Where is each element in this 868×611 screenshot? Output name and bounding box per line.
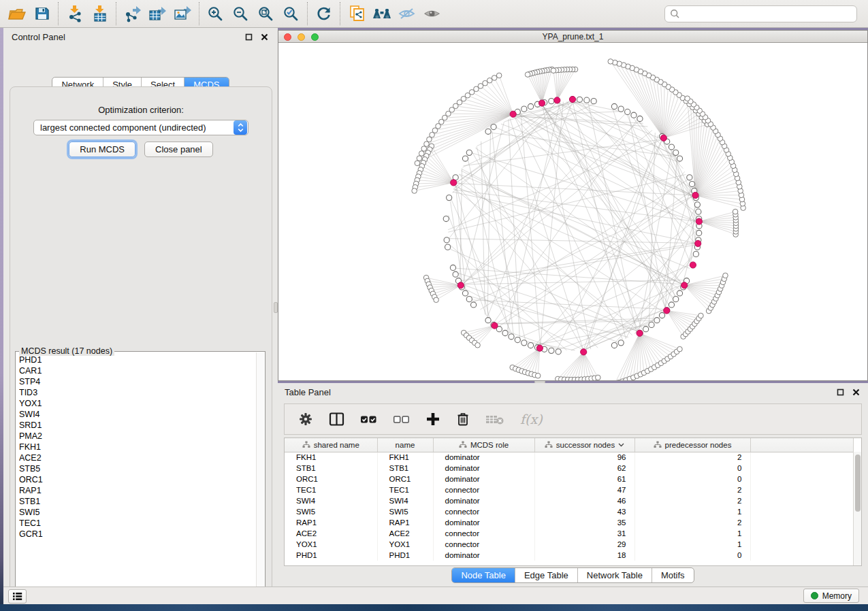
mcds-node[interactable] (696, 218, 702, 225)
mcds-result-item[interactable]: SWI4 (19, 409, 256, 420)
table-cell[interactable] (750, 517, 854, 528)
graph-node[interactable] (485, 129, 491, 134)
new-network-from-selection-icon[interactable] (344, 3, 369, 24)
import-network-icon[interactable] (62, 3, 87, 24)
graph-node[interactable] (696, 230, 702, 235)
table-cell[interactable]: PHD1 (285, 550, 377, 561)
table-cell[interactable]: ACE2 (285, 528, 377, 539)
graph-node[interactable] (535, 373, 541, 378)
table-row[interactable]: ACE2ACE2connector311 (285, 528, 854, 539)
table-cell[interactable]: ACE2 (377, 528, 433, 539)
graph-node[interactable] (528, 342, 533, 348)
export-table-icon[interactable] (145, 3, 170, 24)
show-all-icon[interactable] (419, 3, 445, 24)
table-cell[interactable]: SWI4 (285, 495, 377, 506)
column-header-predecessor-nodes[interactable]: predecessor nodes (634, 438, 750, 452)
graph-node[interactable] (447, 195, 452, 201)
run-mcds-button[interactable]: Run MCDS (69, 142, 135, 157)
table-cell[interactable]: ORC1 (285, 474, 377, 484)
mcds-node[interactable] (695, 240, 701, 246)
table-cell[interactable]: 61 (534, 474, 634, 484)
mcds-node[interactable] (492, 323, 498, 329)
graph-node[interactable] (470, 302, 476, 308)
table-cell[interactable]: connector (433, 506, 534, 517)
column-header-successor-nodes[interactable]: successor nodes (534, 438, 634, 452)
graph-node[interactable] (528, 103, 533, 109)
optimization-criterion-select[interactable]: largest connected component (undirected) (33, 120, 248, 135)
graph-node[interactable] (462, 156, 468, 161)
network-canvas[interactable] (278, 44, 867, 380)
table-cell[interactable]: RAP1 (285, 517, 377, 528)
select-all-checkboxes-icon[interactable] (360, 412, 377, 427)
mac-zoom-icon[interactable] (311, 33, 319, 41)
graph-node[interactable] (673, 297, 679, 302)
graph-node[interactable] (689, 181, 694, 186)
table-row[interactable]: PHD1PHD1dominator180 (285, 550, 854, 561)
import-table-icon[interactable] (87, 3, 112, 24)
graph-node[interactable] (445, 244, 451, 250)
mcds-node[interactable] (637, 330, 643, 336)
graph-node[interactable] (421, 146, 427, 152)
table-cell[interactable]: YOX1 (377, 539, 433, 550)
graph-node[interactable] (415, 161, 420, 166)
mcds-result-item[interactable]: FKH1 (19, 442, 256, 452)
tab-edge-table[interactable]: Edge Table (515, 568, 577, 582)
graph-node[interactable] (685, 96, 690, 101)
table-row[interactable]: YOX1YOX1connector291 (285, 539, 854, 550)
mcds-result-item[interactable]: STB5 (19, 463, 256, 474)
refresh-icon[interactable] (311, 3, 336, 24)
graph-node[interactable] (669, 144, 674, 150)
mcds-node[interactable] (510, 111, 516, 117)
mcds-node[interactable] (457, 282, 464, 288)
graph-node[interactable] (696, 209, 701, 214)
mcds-result-scrollbar[interactable] (256, 352, 264, 597)
table-cell[interactable]: 43 (534, 506, 634, 517)
mcds-result-item[interactable]: ACE2 (19, 452, 256, 463)
table-row[interactable]: SWI4SWI4dominator462 (285, 495, 854, 506)
table-cell[interactable] (750, 484, 854, 495)
mcds-node[interactable] (536, 345, 543, 351)
table-cell[interactable]: dominator (433, 550, 534, 561)
graph-node[interactable] (515, 337, 520, 342)
mcds-node[interactable] (451, 180, 457, 186)
mcds-result-item[interactable]: STP4 (19, 376, 256, 387)
graph-node[interactable] (491, 124, 496, 129)
tab-node-table[interactable]: Node Table (452, 568, 515, 582)
graph-node[interactable] (419, 151, 424, 156)
graph-node[interactable] (669, 302, 674, 308)
close-panel-icon[interactable] (259, 32, 270, 43)
table-row[interactable]: STB1STB1dominator620 (285, 463, 854, 474)
graph-node[interactable] (412, 188, 417, 194)
graph-node[interactable] (525, 72, 530, 78)
zoom-in-icon[interactable] (203, 3, 228, 24)
table-cell[interactable]: STB1 (377, 463, 433, 474)
mac-close-icon[interactable] (284, 33, 291, 41)
graph-node[interactable] (677, 156, 682, 161)
table-cell[interactable]: dominator (433, 495, 534, 506)
network-window-titlebar[interactable]: YPA_prune.txt_1 (278, 31, 867, 43)
zoom-fit-icon[interactable] (253, 3, 278, 24)
float-panel-icon[interactable] (835, 387, 846, 398)
table-cell[interactable]: 18 (534, 550, 634, 561)
search-input[interactable] (680, 9, 856, 19)
table-cell[interactable]: RAP1 (377, 517, 433, 528)
table-cell[interactable]: connector (433, 528, 534, 539)
mcds-result-item[interactable]: SWI5 (19, 507, 256, 518)
mcds-node[interactable] (539, 100, 545, 106)
search-field[interactable] (664, 5, 857, 22)
table-cell[interactable]: 2 (634, 484, 750, 495)
table-cell[interactable]: TEC1 (377, 484, 433, 495)
table-cell[interactable]: 0 (634, 550, 750, 561)
table-cell[interactable]: 29 (534, 539, 634, 550)
column-header-shared-name[interactable]: shared name (285, 438, 377, 452)
table-cell[interactable] (750, 474, 854, 484)
table-cell[interactable]: 31 (534, 528, 634, 539)
table-cell[interactable]: 47 (534, 484, 634, 495)
graph-node[interactable] (496, 73, 502, 78)
table-cell[interactable]: dominator (433, 517, 534, 528)
table-row[interactable]: SWI5SWI5connector431 (285, 506, 854, 517)
table-cell[interactable] (750, 463, 854, 474)
table-cell[interactable]: dominator (433, 474, 534, 484)
table-cell[interactable]: 2 (634, 517, 750, 528)
graph-node[interactable] (596, 375, 601, 380)
